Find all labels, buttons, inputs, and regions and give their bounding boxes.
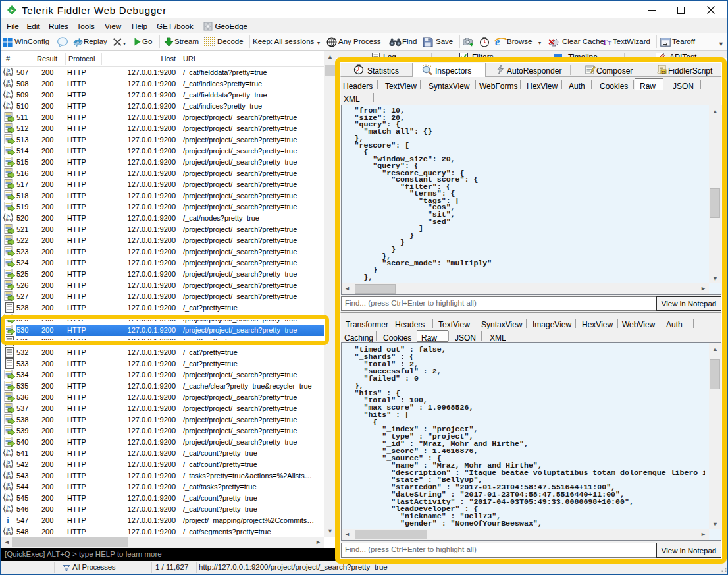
svg-text:on: on [6, 497, 11, 502]
svg-text:on: on [6, 452, 11, 457]
svg-text:on: on [6, 83, 11, 88]
svg-text:on: on [6, 105, 11, 110]
svg-text:on: on [6, 486, 11, 491]
svg-text:on: on [6, 94, 11, 99]
svg-text:i: i [7, 516, 9, 524]
svg-text:on: on [6, 217, 11, 222]
svg-text:JS: JS [662, 70, 666, 74]
svg-text:on: on [6, 464, 11, 468]
svg-text:F: F [11, 7, 14, 13]
svg-text:on: on [6, 531, 11, 535]
svg-text:on: on [6, 508, 11, 513]
svg-text:on: on [6, 475, 11, 479]
svg-text:on: on [6, 72, 11, 76]
